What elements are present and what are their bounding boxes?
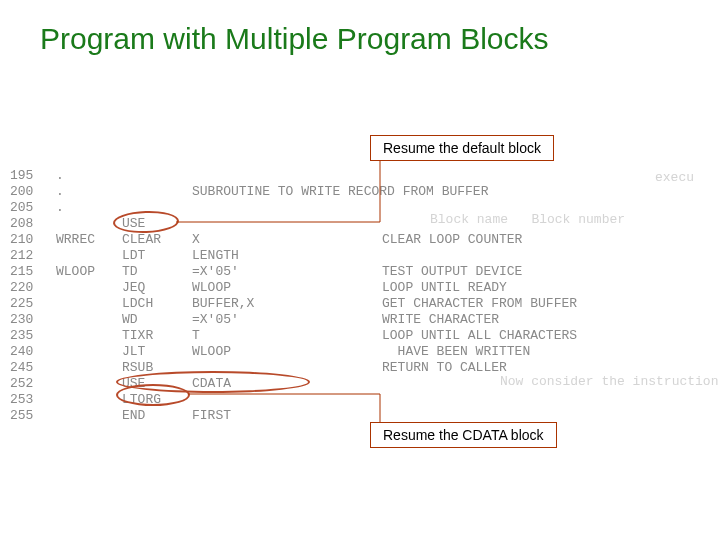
callout-default-block: Resume the default block: [370, 135, 554, 161]
callout-cdata-block: Resume the CDATA block: [370, 422, 557, 448]
code-row: 240JLTWLOOP HAVE BEEN WRITTEN: [10, 344, 577, 360]
page-title: Program with Multiple Program Blocks: [40, 22, 700, 56]
code-row: 253LTORG: [10, 392, 577, 408]
code-row: 205.: [10, 200, 577, 216]
code-row: 220JEQWLOOPLOOP UNTIL READY: [10, 280, 577, 296]
highlight-oval-ltorg: [116, 384, 190, 406]
code-row: 215WLOOPTD=X'05'TEST OUTPUT DEVICE: [10, 264, 577, 280]
code-row: 230WD=X'05'WRITE CHARACTER: [10, 312, 577, 328]
code-row: 210WRRECCLEARXCLEAR LOOP COUNTER: [10, 232, 577, 248]
code-row: 195.: [10, 168, 577, 184]
code-row: 225LDCHBUFFER,XGET CHARACTER FROM BUFFER: [10, 296, 577, 312]
code-row: 200.SUBROUTINE TO WRITE RECORD FROM BUFF…: [10, 184, 577, 200]
faded-text: execu: [655, 170, 694, 185]
code-row: 212LDTLENGTH: [10, 248, 577, 264]
code-row: 235TIXRTLOOP UNTIL ALL CHARACTERS: [10, 328, 577, 344]
code-row: 208USE: [10, 216, 577, 232]
code-row: 245RSUBRETURN TO CALLER: [10, 360, 577, 376]
